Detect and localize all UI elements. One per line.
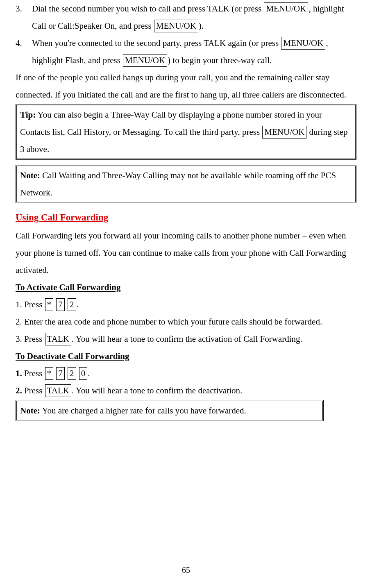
deactivate-step-2-b: . You will hear a tone to confirm the de… xyxy=(72,386,242,395)
talk-key: TALK xyxy=(45,384,71,397)
note-label: Note: xyxy=(20,406,40,415)
step-3-number: 3. xyxy=(16,0,32,34)
star-key: * xyxy=(45,298,54,311)
step-3-body: Dial the second number you wish to call … xyxy=(32,0,356,34)
seven-key: 7 xyxy=(56,367,65,380)
note-text: You are charged a higher rate for calls … xyxy=(40,406,246,415)
trailing-paragraph: If one of the people you called hangs up… xyxy=(16,69,356,103)
activate-step-3-b: . You will hear a tone to confirm the ac… xyxy=(72,334,302,344)
step-4-body: When you're connected to the second part… xyxy=(32,34,356,69)
page: 3. Dial the second number you wish to ca… xyxy=(0,0,372,588)
step-3-text-a: Dial the second number you wish to call … xyxy=(32,4,263,14)
step-4: 4. When you're connected to the second p… xyxy=(16,34,356,69)
seven-key: 7 xyxy=(56,298,65,311)
activate-step-1: 1. Press * 7 2 . xyxy=(16,296,356,313)
activate-step-1-a: 1. Press xyxy=(16,300,45,309)
activate-step-1-b: . xyxy=(77,300,79,309)
deactivate-step-1-num: 1. xyxy=(16,368,22,378)
page-number: 65 xyxy=(0,562,372,578)
zero-key: 0 xyxy=(79,367,88,380)
tip-box: Tip: You can also begin a Three-Way Call… xyxy=(16,104,356,160)
step-4-text-c: ) to begin your three-way call. xyxy=(168,55,272,65)
tip-label: Tip: xyxy=(20,110,36,120)
activate-step-3-a: 3. Press xyxy=(16,334,45,344)
menu-ok-key: MENU/OK xyxy=(262,126,306,138)
deactivate-step-2: 2. Press TALK. You will hear a tone to c… xyxy=(16,382,356,399)
two-key: 2 xyxy=(68,367,76,380)
activate-step-2: 2. Enter the area code and phone number … xyxy=(16,313,356,330)
note-text: Call Waiting and Three-Way Calling may n… xyxy=(20,170,336,198)
star-key: * xyxy=(45,367,54,380)
activate-subhead: To Activate Call Forwarding xyxy=(16,279,356,296)
menu-ok-key: MENU/OK xyxy=(123,54,167,67)
note-box: Note: Call Waiting and Three-Way Calling… xyxy=(16,165,356,203)
activate-step-3: 3. Press TALK. You will hear a tone to c… xyxy=(16,330,356,347)
deactivate-step-2-a: Press xyxy=(22,386,45,395)
deactivate-subhead: To Deactivate Call Forwarding xyxy=(16,347,356,365)
talk-key: TALK xyxy=(45,333,71,345)
menu-ok-key: MENU/OK xyxy=(154,20,198,32)
note-label: Note: xyxy=(20,170,40,180)
two-key: 2 xyxy=(68,298,76,311)
step-3-text-c: ). xyxy=(199,21,204,31)
step-3: 3. Dial the second number you wish to ca… xyxy=(16,0,356,34)
deactivate-step-1-b: . xyxy=(88,368,90,378)
deactivate-step-1-a: Press xyxy=(22,368,45,378)
step-4-number: 4. xyxy=(16,34,32,69)
call-forwarding-intro: Call Forwarding lets you forward all you… xyxy=(16,227,356,279)
deactivate-step-1: 1. Press * 7 2 0 . xyxy=(16,365,356,382)
menu-ok-key: MENU/OK xyxy=(264,2,308,15)
deactivate-step-2-num: 2. xyxy=(16,386,22,395)
step-4-text-a: When you're connected to the second part… xyxy=(32,38,281,48)
call-forwarding-heading: Using Call Forwarding xyxy=(16,208,356,227)
menu-ok-key: MENU/OK xyxy=(281,37,325,50)
note-box: Note: You are charged a higher rate for … xyxy=(16,400,324,421)
